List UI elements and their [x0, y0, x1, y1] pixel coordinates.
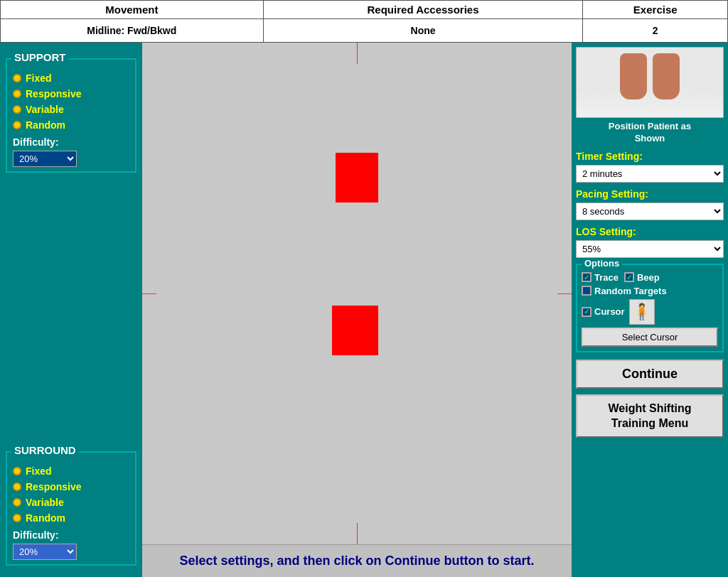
surround-variable-option[interactable]: Variable	[13, 497, 129, 508]
trace-label: Trace	[594, 272, 619, 283]
random-targets-label: Random Targets	[594, 286, 667, 296]
support-title: SUPPORT	[11, 51, 69, 63]
position-patient-text: Position Patient asShown	[576, 121, 724, 145]
instruction-text-content: Select settings, and then click on Conti…	[179, 554, 534, 568]
trace-beep-row: Trace Beep	[582, 272, 718, 283]
los-setting-label: LOS Setting:	[576, 226, 724, 237]
crosshair-top	[357, 43, 358, 64]
support-random-option[interactable]: Random	[13, 119, 129, 131]
side-line-left	[142, 293, 156, 294]
options-box: Options Trace Beep Random Targets	[576, 264, 724, 352]
cursor-checkbox[interactable]	[582, 307, 592, 317]
support-difficulty-label: Difficulty:	[13, 136, 129, 148]
cursor-label: Cursor	[594, 306, 625, 317]
accessories-header: Required Accessories	[263, 1, 583, 19]
surround-section: SURROUND Fixed Responsive Variable Rando…	[6, 451, 136, 566]
los-setting-select[interactable]: 55% 45% 50% 60% 65%	[576, 240, 724, 258]
movement-value: Midline: Fwd/Bkwd	[1, 19, 264, 43]
select-cursor-button[interactable]: Select Cursor	[582, 328, 718, 347]
cursor-icon: 🧍	[629, 299, 655, 325]
main-layout: SUPPORT Fixed Responsive Variable Random…	[0, 43, 728, 577]
support-fixed-label: Fixed	[26, 72, 52, 84]
beep-checkbox[interactable]	[624, 272, 634, 282]
canvas-area	[142, 43, 572, 544]
support-responsive-option[interactable]: Responsive	[13, 88, 129, 99]
patient-image	[576, 47, 724, 118]
target-bottom	[332, 306, 378, 355]
support-responsive-label: Responsive	[26, 88, 82, 99]
surround-variable-label: Variable	[26, 497, 64, 508]
random-targets-checkbox-item[interactable]: Random Targets	[582, 286, 667, 296]
support-section: SUPPORT Fixed Responsive Variable Random…	[6, 58, 136, 173]
options-title: Options	[582, 258, 622, 269]
beep-label: Beep	[637, 272, 660, 283]
surround-difficulty-select[interactable]: 20% 10% 30%	[13, 544, 77, 560]
exercise-header: Exercise	[583, 1, 728, 19]
left-panel: SUPPORT Fixed Responsive Variable Random…	[0, 43, 142, 577]
surround-fixed-label: Fixed	[26, 465, 52, 477]
random-targets-checkbox[interactable]	[582, 286, 592, 296]
support-variable-option[interactable]: Variable	[13, 104, 129, 115]
random-targets-row: Random Targets	[582, 286, 718, 296]
timer-setting-label: Timer Setting:	[576, 151, 724, 162]
surround-fixed-radio[interactable]	[13, 467, 21, 475]
center-canvas: Select settings, and then click on Conti…	[142, 43, 572, 577]
support-fixed-radio[interactable]	[13, 74, 21, 82]
movement-header: Movement	[1, 1, 264, 19]
trace-checkbox[interactable]	[582, 272, 592, 282]
exercise-value: 2	[583, 19, 728, 43]
surround-title: SURROUND	[11, 444, 79, 456]
surround-random-option[interactable]: Random	[13, 512, 129, 524]
surround-random-label: Random	[26, 512, 65, 524]
training-menu-button[interactable]: Weight ShiftingTraining Menu	[576, 394, 724, 438]
support-random-label: Random	[26, 119, 65, 131]
instruction-text: Select settings, and then click on Conti…	[142, 544, 572, 577]
timer-setting-select[interactable]: 2 minutes 1 minute 3 minutes 5 minutes	[576, 165, 724, 183]
surround-responsive-option[interactable]: Responsive	[13, 481, 129, 492]
feet-visual	[577, 48, 723, 117]
cursor-checkbox-item[interactable]: Cursor	[582, 306, 625, 317]
cursor-row: Cursor 🧍	[582, 299, 718, 325]
support-variable-radio[interactable]	[13, 105, 21, 114]
header-table: Movement Required Accessories Exercise M…	[0, 0, 728, 43]
support-responsive-radio[interactable]	[13, 90, 21, 98]
support-variable-label: Variable	[26, 104, 64, 115]
support-difficulty-select[interactable]: 20% 10% 30% 40% 50%	[13, 151, 77, 167]
trace-checkbox-item[interactable]: Trace	[582, 272, 619, 283]
surround-random-radio[interactable]	[13, 514, 21, 522]
surround-responsive-radio[interactable]	[13, 482, 21, 491]
foot-right	[653, 53, 680, 99]
surround-variable-radio[interactable]	[13, 498, 21, 507]
surround-fixed-option[interactable]: Fixed	[13, 465, 129, 477]
crosshair-bottom	[357, 523, 358, 544]
surround-difficulty-label: Difficulty:	[13, 529, 129, 541]
beep-checkbox-item[interactable]: Beep	[624, 272, 660, 283]
continue-button[interactable]: Continue	[576, 360, 724, 389]
foot-left	[620, 53, 647, 99]
pacing-setting-select[interactable]: 8 seconds 4 seconds 6 seconds 10 seconds	[576, 203, 724, 220]
right-panel: Position Patient asShown Timer Setting: …	[572, 43, 728, 577]
target-top	[336, 153, 378, 203]
surround-responsive-label: Responsive	[26, 481, 82, 492]
side-line-right	[557, 293, 572, 294]
support-random-radio[interactable]	[13, 121, 21, 129]
accessories-value: None	[263, 19, 583, 43]
support-fixed-option[interactable]: Fixed	[13, 72, 129, 84]
pacing-setting-label: Pacing Setting:	[576, 188, 724, 200]
